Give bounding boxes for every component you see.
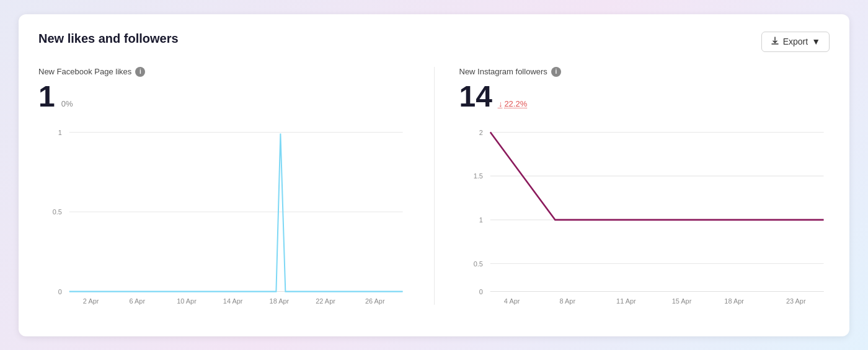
instagram-info-icon[interactable]: i [551,67,561,77]
svg-text:15 Apr: 15 Apr [671,297,691,304]
svg-text:4 Apr: 4 Apr [503,297,520,304]
svg-text:0: 0 [479,287,482,295]
instagram-metric-change: ↓ 22.2% [498,99,527,108]
down-arrow-icon: ↓ [498,99,503,108]
facebook-info-icon[interactable]: i [135,67,145,77]
svg-text:2: 2 [479,128,482,136]
export-label: Export [783,37,808,46]
facebook-metric-change: 0% [61,99,73,108]
main-card: New likes and followers Export ▼ New Fac… [19,14,849,336]
instagram-metric-value: 14 [459,82,492,112]
svg-text:23 Apr: 23 Apr [786,297,805,304]
svg-text:2 Apr: 2 Apr [83,297,99,304]
export-button[interactable]: Export ▼ [761,32,830,52]
svg-text:6 Apr: 6 Apr [130,297,146,304]
facebook-chart-wrapper: 1 0.5 0 2 Apr 6 Apr 10 Apr 14 Apr 18 Apr… [38,119,409,305]
charts-row: New Facebook Page likes i 1 0% 1 0.5 [38,67,830,305]
facebook-metric-value: 1 [38,82,55,112]
svg-text:1.5: 1.5 [473,172,482,180]
svg-text:11 Apr: 11 Apr [616,297,636,304]
svg-text:14 Apr: 14 Apr [223,297,243,304]
svg-text:22 Apr: 22 Apr [316,297,335,304]
card-header: New likes and followers Export ▼ [38,32,830,52]
facebook-section: New Facebook Page likes i 1 0% 1 0.5 [38,67,409,305]
section-divider [434,67,435,305]
svg-text:0.5: 0.5 [53,208,62,215]
instagram-chart-wrapper: 2 1.5 1 0.5 0 4 Apr 8 Apr 11 Apr 15 Apr … [459,119,830,305]
instagram-label-row: New Instagram followers i [459,67,830,77]
instagram-metric-row: 14 ↓ 22.2% [459,82,830,112]
instagram-section-label: New Instagram followers [459,67,547,76]
svg-text:18 Apr: 18 Apr [724,297,744,304]
facebook-section-label: New Facebook Page likes [38,67,131,76]
instagram-change-value: 22.2% [504,99,527,108]
facebook-label-row: New Facebook Page likes i [38,67,409,77]
facebook-chart: 1 0.5 0 2 Apr 6 Apr 10 Apr 14 Apr 18 Apr… [38,119,409,305]
export-download-icon [771,37,779,47]
svg-text:26 Apr: 26 Apr [365,297,385,304]
svg-text:1: 1 [58,128,62,136]
svg-text:0.5: 0.5 [473,260,482,267]
svg-text:1: 1 [479,216,482,223]
svg-text:10 Apr: 10 Apr [177,297,197,304]
instagram-section: New Instagram followers i 14 ↓ 22.2% [459,67,830,305]
instagram-chart: 2 1.5 1 0.5 0 4 Apr 8 Apr 11 Apr 15 Apr … [459,119,830,305]
svg-text:18 Apr: 18 Apr [270,297,290,304]
facebook-metric-row: 1 0% [38,82,409,112]
card-title: New likes and followers [38,32,179,46]
svg-text:0: 0 [58,287,62,295]
export-chevron-icon: ▼ [812,37,820,46]
svg-text:8 Apr: 8 Apr [559,297,575,304]
